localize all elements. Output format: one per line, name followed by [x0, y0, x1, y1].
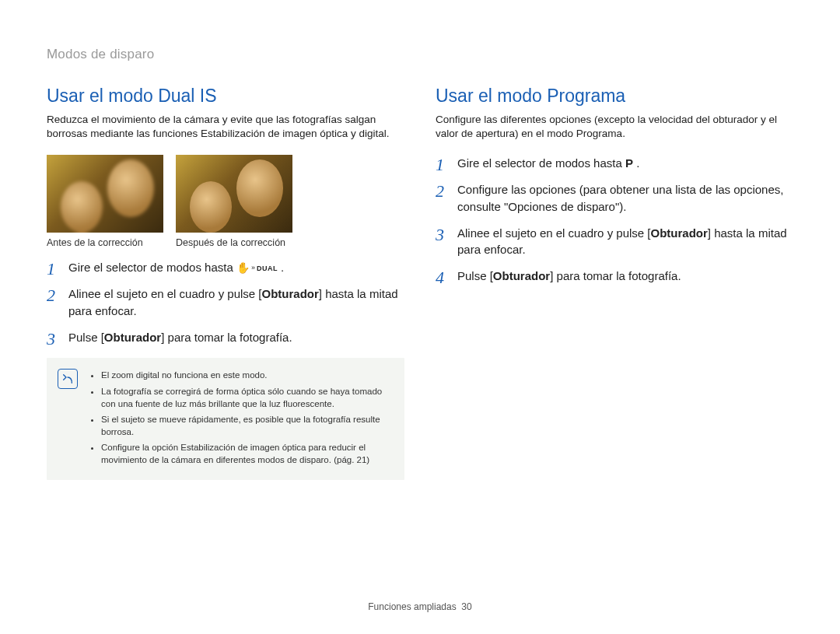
content-columns: Usar el modo Dual IS Reduzca el movimien…	[47, 86, 793, 480]
page-number: 30	[461, 601, 471, 612]
breadcrumb: Modos de disparo	[47, 47, 793, 62]
left-column: Usar el modo Dual IS Reduzca el movimien…	[47, 86, 404, 480]
note-item: El zoom digital no funciona en este modo…	[101, 369, 394, 381]
p-mode-icon: P	[625, 156, 633, 170]
note-item: Configure la opción Estabilización de im…	[101, 441, 394, 466]
photo-before-block: Antes de la corrección	[47, 155, 163, 248]
step-text: Gire el selector de modos hasta	[68, 261, 236, 274]
note-item: La fotografía se corregirá de forma ópti…	[101, 385, 394, 410]
shutter-label: Obturador	[104, 331, 161, 344]
step-text: Pulse [	[68, 331, 104, 344]
steps-dual-is: Gire el selector de modos hasta ✋››DUAL …	[47, 259, 404, 345]
step-3-prog: Alinee el sujeto en el cuadro y pulse [O…	[436, 225, 793, 259]
note-box: El zoom digital no funciona en este modo…	[47, 358, 404, 480]
step-3-dual: Pulse [Obturador] para tomar la fotograf…	[47, 329, 404, 346]
heading-programa: Usar el modo Programa	[436, 86, 793, 107]
heading-dual-is: Usar el modo Dual IS	[47, 86, 404, 107]
intro-dual-is: Reduzca el movimiento de la cámara y evi…	[47, 113, 404, 141]
intro-programa: Configure las diferentes opciones (excep…	[436, 113, 793, 141]
photo-before	[47, 155, 163, 233]
step-text-post: ] para tomar la fotografía.	[161, 331, 292, 344]
shutter-label: Obturador	[262, 287, 319, 300]
step-text: Pulse [	[457, 269, 493, 282]
footer-label: Funciones ampliadas	[368, 601, 456, 612]
caption-before: Antes de la corrección	[47, 237, 163, 248]
steps-programa: Gire el selector de modos hasta P . Conf…	[436, 155, 793, 285]
photo-comparison-row: Antes de la corrección Después de la cor…	[47, 155, 404, 248]
step-1-prog: Gire el selector de modos hasta P .	[436, 155, 793, 172]
dual-mode-icon: ✋››DUAL	[236, 263, 278, 274]
caption-after: Después de la corrección	[176, 237, 292, 248]
step-text: Alinee el sujeto en el cuadro y pulse [	[68, 287, 262, 300]
photo-after	[176, 155, 292, 233]
step-2-dual: Alinee el sujeto en el cuadro y pulse [O…	[47, 285, 404, 320]
shutter-label: Obturador	[651, 226, 708, 240]
note-icon	[58, 369, 78, 389]
note-item: Si el sujeto se mueve rápidamente, es po…	[101, 413, 394, 438]
shutter-label: Obturador	[493, 269, 550, 282]
step-text-post: .	[278, 261, 284, 274]
step-text-post: .	[633, 156, 639, 170]
step-4-prog: Pulse [Obturador] para tomar la fotograf…	[436, 268, 793, 285]
step-text: Gire el selector de modos hasta	[457, 156, 625, 170]
note-list: El zoom digital no funciona en este modo…	[89, 369, 394, 466]
step-1-dual: Gire el selector de modos hasta ✋››DUAL …	[47, 259, 404, 276]
step-2-prog: Configure las opciones (para obtener una…	[436, 181, 793, 215]
step-text: Alinee el sujeto en el cuadro y pulse [	[457, 226, 651, 240]
step-text-post: ] para tomar la fotografía.	[550, 269, 681, 282]
page-footer: Funciones ampliadas 30	[0, 601, 840, 612]
photo-after-block: Después de la corrección	[176, 155, 292, 248]
right-column: Usar el modo Programa Configure las dife…	[436, 86, 793, 480]
step-text: Configure las opciones (para obtener una…	[457, 183, 783, 213]
